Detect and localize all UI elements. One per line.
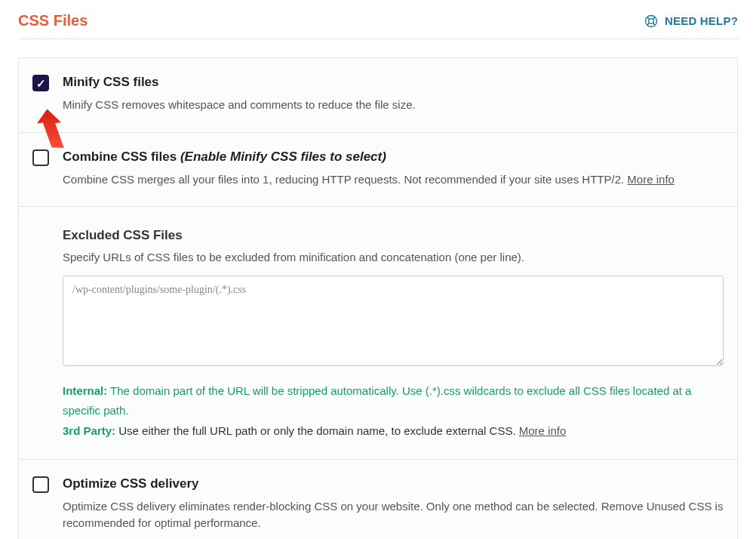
svg-line-5 (653, 23, 655, 25)
help-icon (644, 14, 659, 29)
hint-internal-text: The domain part of the URL will be strip… (63, 384, 691, 417)
svg-point-0 (645, 15, 656, 26)
minify-css-checkbox[interactable]: ✓ (32, 75, 49, 91)
minify-css-desc: Minify CSS removes whitespace and commen… (63, 97, 416, 114)
excluded-css-hints: Internal: The domain part of the URL wil… (63, 381, 724, 441)
excluded-css-more-info-link[interactable]: More info (519, 424, 567, 437)
section-combine-css: Combine CSS files (Enable Minify CSS fil… (19, 133, 737, 208)
section-excluded-css: Excluded CSS Files Specify URLs of CSS f… (19, 207, 737, 460)
optimize-css-desc: Optimize CSS delivery eliminates render-… (63, 498, 724, 532)
combine-css-checkbox[interactable] (32, 149, 49, 166)
section-optimize-css: Optimize CSS delivery Optimize CSS deliv… (19, 460, 737, 539)
section-minify-css: ✓ Minify CSS files Minify CSS removes wh… (19, 58, 737, 133)
excluded-css-textarea[interactable] (63, 276, 724, 366)
combine-css-more-info-link[interactable]: More info (627, 173, 675, 186)
combine-css-label: Combine CSS files (Enable Minify CSS fil… (63, 149, 675, 165)
page-title: CSS Files (18, 12, 88, 29)
combine-css-subnote: (Enable Minify CSS files to select) (180, 149, 386, 164)
hint-3rd-label: 3rd Party: (63, 424, 115, 437)
optimize-css-label: Optimize CSS delivery (63, 476, 724, 491)
svg-point-1 (649, 18, 654, 23)
check-icon: ✓ (36, 78, 46, 89)
need-help-label: NEED HELP? (665, 14, 738, 27)
svg-line-3 (653, 17, 655, 20)
combine-css-desc: Combine CSS merges all your files into 1… (63, 171, 675, 189)
svg-line-2 (647, 17, 650, 20)
svg-line-4 (647, 23, 650, 25)
hint-internal-label: Internal: (63, 384, 107, 397)
settings-panel: ✓ Minify CSS files Minify CSS removes wh… (18, 57, 738, 539)
page-header: CSS Files NEED HELP? (18, 12, 738, 39)
hint-3rd-text: Use either the full URL path or only the… (115, 424, 519, 437)
need-help-link[interactable]: NEED HELP? (644, 14, 738, 29)
excluded-css-title: Excluded CSS Files (63, 228, 724, 243)
excluded-css-desc: Specify URLs of CSS files to be excluded… (63, 251, 724, 263)
minify-css-label: Minify CSS files (63, 75, 416, 90)
optimize-css-checkbox[interactable] (32, 476, 49, 493)
combine-css-desc-text: Combine CSS merges all your files into 1… (63, 173, 627, 186)
combine-css-title-text: Combine CSS files (63, 149, 180, 164)
